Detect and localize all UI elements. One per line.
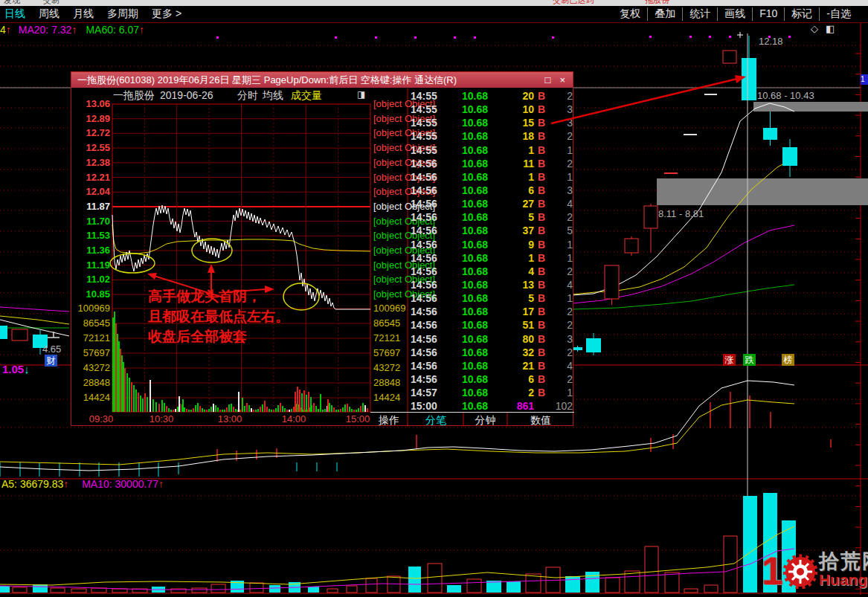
menu-item-叠加[interactable]: 叠加 [647, 7, 682, 21]
trade-price: 10.68 [443, 144, 488, 156]
trade-row[interactable]: 14:5610.681B1 [411, 251, 573, 265]
logo-number: 1 [762, 552, 783, 590]
trade-row[interactable]: 14:5610.6832B2 [411, 346, 573, 359]
trade-flag: B [534, 117, 549, 129]
rank-board-badge[interactable]: 榜 [782, 354, 794, 366]
volume-axis-label: 72121 [73, 332, 110, 343]
menu-item-多周期[interactable]: 多周期 [107, 7, 138, 21]
trade-row[interactable]: 14:5510.6820B2 [411, 89, 573, 103]
trade-row[interactable]: 14:5610.6817B2 [411, 305, 573, 318]
trade-count: 1 [549, 252, 573, 264]
trade-flag: B [534, 252, 549, 264]
menu-item-复权[interactable]: 复权 [613, 7, 647, 21]
panel-icon[interactable]: ◨ [357, 89, 365, 100]
annotation-line: 高手做龙头首阴， [148, 286, 289, 306]
intraday-popup-window[interactable]: 一拖股份(601038) 2019年06月26日 星期三 PageUp/Down… [71, 71, 573, 426]
price-axis-label: 10.85 [73, 288, 110, 300]
trade-price: 10.68 [443, 184, 488, 196]
trade-row[interactable]: 14:5610.689B1 [411, 238, 573, 251]
mode-toggle[interactable]: 分时 [237, 89, 258, 103]
trade-time: 14:56 [411, 211, 443, 223]
rank-fall-badge[interactable]: 跌 [743, 354, 756, 366]
trade-time: 14:56 [411, 239, 443, 251]
finance-badge[interactable]: 财 [45, 355, 57, 367]
tab-分笔[interactable]: 分笔 [408, 413, 463, 427]
trade-time: 14:56 [411, 306, 443, 317]
time-axis-label: 14:00 [277, 413, 311, 425]
trade-row[interactable]: 14:5610.686B3 [411, 184, 573, 197]
diamond-icon[interactable]: ◇ [811, 23, 826, 34]
trade-row[interactable]: 14:5610.681B1 [411, 170, 573, 184]
trade-row[interactable]: 14:5510.681B1 [411, 143, 573, 157]
menu-item-周线[interactable]: 周线 [39, 7, 60, 21]
menu-item-标记[interactable]: 标记 [784, 7, 819, 21]
menu-item-F10[interactable]: F10 [752, 7, 784, 21]
trade-volume: 5 [488, 211, 534, 223]
trade-volume: 6 [488, 373, 534, 385]
volume-axis-label-right: 28848 [373, 377, 400, 388]
menu-item-日线[interactable]: 日线 [4, 7, 25, 21]
trade-row[interactable]: 14:5510.6818B2 [411, 129, 573, 143]
price-range-label-2: 8.11 - 8.81 [658, 208, 704, 219]
trade-count: 2 [549, 211, 573, 223]
trade-time: 14:56 [411, 184, 443, 196]
menu-item-统计[interactable]: 统计 [682, 7, 717, 21]
trade-price: 10.68 [443, 333, 488, 345]
trade-row[interactable]: 14:5710.682B1 [411, 386, 573, 399]
volume-axis-label-right: 86545 [373, 317, 400, 329]
trade-price: 10.68 [443, 279, 488, 291]
trade-row[interactable]: 14:5610.6821B4 [411, 359, 573, 372]
price-range-label: 10.68 - 10.43 [757, 90, 814, 101]
menu-item--自选[interactable]: -自选 [819, 7, 858, 21]
split-panel-icon[interactable]: ◧ [826, 23, 842, 34]
menu-item-更多 >[interactable]: 更多 > [152, 7, 181, 21]
trade-row[interactable]: 14:5610.6827B4 [411, 197, 573, 210]
trade-price: 10.68 [443, 265, 488, 277]
trade-volume: 1 [488, 171, 534, 183]
menubar: 日线周线月线多周期更多 > 复权叠加统计画线F10标记-自选 [0, 6, 868, 23]
transaction-list[interactable]: 14:5510.6820B214:5510.6810B314:5510.6815… [411, 89, 573, 413]
trade-volume: 1 [488, 144, 534, 156]
price-axis-label: 12.55 [73, 142, 110, 153]
trade-count: 4 [549, 360, 573, 372]
trade-row[interactable]: 14:5610.6837B5 [411, 224, 573, 237]
volume-toggle[interactable]: 成交量 [291, 89, 322, 103]
price-axis-label: 12.21 [73, 172, 110, 183]
day-high-label: 12.18 [759, 36, 783, 47]
trade-row[interactable]: 14:5610.684B2 [411, 265, 573, 278]
trade-row[interactable]: 14:5610.6813B4 [411, 278, 573, 291]
maximize-button[interactable]: □ [545, 74, 551, 85]
trade-volume: 13 [488, 279, 534, 291]
trade-row[interactable]: 14:5610.685B1 [411, 291, 573, 305]
tab-分钟[interactable]: 分钟 [463, 413, 507, 427]
avg-toggle[interactable]: 均线 [263, 89, 283, 103]
trade-row[interactable]: 15:0010.68861102 [411, 399, 573, 413]
trade-row[interactable]: 14:5510.6810B3 [411, 103, 573, 116]
axis-price-tag: 1 [861, 74, 868, 85]
trade-row[interactable]: 14:5610.6811B2 [411, 157, 573, 170]
ma10-tail: 4 [0, 24, 6, 36]
trade-flag: B [534, 130, 549, 142]
trade-row[interactable]: 14:5610.6880B3 [411, 332, 573, 346]
popup-title-bar[interactable]: 一拖股份(601038) 2019年06月26日 星期三 PageUp/Down… [71, 72, 573, 88]
trade-row[interactable]: 14:5510.6815B3 [411, 116, 573, 129]
trade-row[interactable]: 14:5610.686B2 [411, 372, 573, 386]
price-axis-label: 12.72 [73, 127, 110, 138]
menu-item-月线[interactable]: 月线 [73, 7, 94, 21]
vol-ma5-label: A5: 36679.83 [1, 478, 63, 490]
price-axis-label: 12.89 [73, 113, 110, 124]
trade-price: 10.68 [443, 90, 488, 102]
menu-item-画线[interactable]: 画线 [717, 7, 752, 21]
trade-volume: 51 [488, 319, 534, 331]
trade-flag: B [534, 292, 549, 304]
trade-row[interactable]: 14:5610.685B2 [411, 210, 573, 224]
trade-count: 2 [549, 90, 573, 102]
rank-rise-badge[interactable]: 涨 [723, 354, 736, 366]
tab-数值[interactable]: 数值 [507, 413, 574, 427]
trade-row[interactable]: 14:5610.6851B2 [411, 318, 573, 332]
annotation-line: 收盘后全部被套 [148, 326, 289, 346]
tab-操作[interactable]: 操作 [370, 413, 408, 427]
up-arrow-icon: ↑ [158, 478, 164, 490]
close-button[interactable]: × [559, 74, 565, 85]
trade-count: 3 [549, 184, 573, 196]
